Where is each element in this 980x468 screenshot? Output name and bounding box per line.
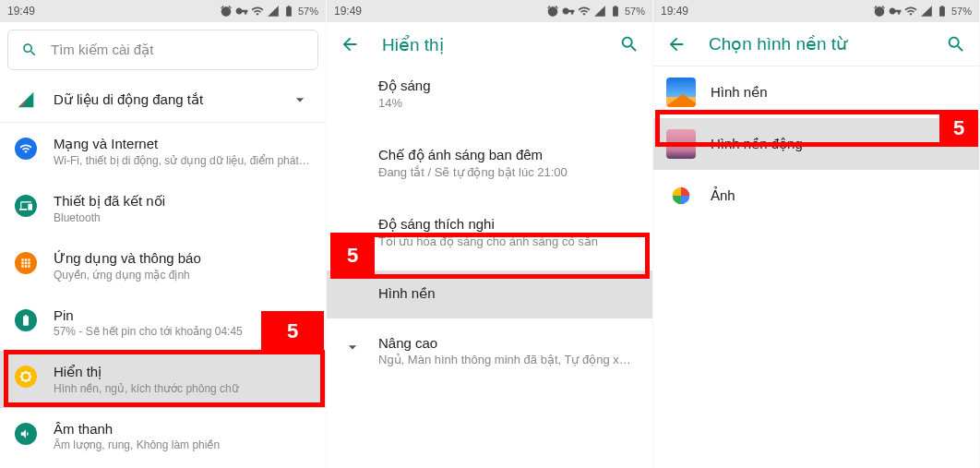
setting-sub: Tối ưu hóa độ sáng cho ánh sáng có sẵn	[378, 234, 638, 248]
setting-sub: 14%	[378, 96, 638, 110]
app-bar-title: Hiển thị	[382, 34, 444, 55]
status-bar: 19:49 57%	[0, 0, 326, 22]
vpn-key-icon	[235, 5, 248, 18]
settings-item-title: Pin	[54, 307, 311, 323]
wifi-icon	[904, 5, 917, 18]
settings-item-sub: Âm lượng, rung, Không làm phiền	[54, 438, 311, 451]
wallpaper-source-static[interactable]: Hình nền	[653, 66, 979, 118]
mobile-data-label: Dữ liệu di động đang tắt	[54, 91, 203, 108]
settings-item-sub: 57% - Sẽ hết pin cho tới khoảng 04:45	[54, 325, 311, 338]
back-icon[interactable]	[666, 34, 687, 54]
mobile-data-suggestion[interactable]: Dữ liệu di động đang tắt	[0, 78, 326, 123]
search-placeholder: Tìm kiếm cài đặt	[51, 42, 153, 58]
setting-sub: Ngủ, Màn hình thông minh đã bật, Tự động…	[378, 353, 638, 366]
settings-item-sub: Wi-Fi, thiết bị di động, sử dụng dữ liệu…	[54, 154, 311, 167]
mobile-data-icon	[17, 90, 35, 109]
settings-item-sub: Hình nền, ngủ, kích thước phông chữ	[54, 382, 311, 395]
status-battery: 57%	[951, 6, 972, 17]
app-bar: Chọn hình nền từ	[653, 22, 979, 66]
wallpaper-thumb-icon	[666, 78, 696, 107]
status-bar: 19:49 57%	[653, 0, 979, 22]
battery-icon	[609, 5, 622, 18]
alarm-icon	[873, 5, 886, 18]
signal-icon	[593, 5, 606, 18]
setting-sub: Đang tắt / Sẽ tự động bật lúc 21:00	[378, 165, 638, 179]
battery-icon	[15, 309, 37, 331]
signal-icon	[920, 5, 933, 18]
status-time: 19:49	[7, 5, 35, 18]
wallpaper-chooser-screen: 19:49 57% Chọn hình nền từ Hình nền Hình…	[653, 0, 980, 468]
vpn-key-icon	[562, 5, 575, 18]
settings-item-title: Âm thanh	[54, 421, 311, 437]
setting-title: Hình nền	[378, 285, 638, 302]
wifi-icon	[251, 5, 264, 18]
settings-item-battery[interactable]: Pin 57% - Sẽ hết pin cho tới khoảng 04:4…	[0, 294, 326, 351]
settings-item-sub: Quyền, ứng dụng mặc định	[54, 269, 311, 282]
setting-title: Nâng cao	[378, 335, 638, 351]
settings-item-title: Ứng dụng và thông báo	[54, 250, 311, 267]
live-wallpaper-thumb-icon	[666, 129, 696, 159]
setting-title: Chế độ ánh sáng ban đêm	[378, 147, 638, 163]
setting-title: Độ sáng thích nghi	[378, 216, 638, 233]
search-icon	[21, 42, 38, 58]
settings-item-display[interactable]: Hiển thị Hình nền, ngủ, kích thước phông…	[0, 351, 326, 408]
settings-item-sound[interactable]: Âm thanh Âm lượng, rung, Không làm phiền	[0, 408, 326, 464]
sound-icon	[15, 423, 37, 445]
status-battery: 57%	[625, 6, 645, 17]
display-item-wallpaper[interactable]: Hình nền	[327, 270, 652, 318]
vpn-key-icon	[889, 5, 902, 18]
display-settings-screen: 19:49 57% Hiển thị Độ sáng 14% Chế độ án…	[327, 0, 653, 468]
display-item-advanced[interactable]: Nâng cao Ngủ, Màn hình thông minh đã bật…	[327, 324, 652, 378]
settings-item-title: Hiển thị	[54, 364, 311, 380]
battery-icon	[282, 5, 295, 18]
status-time: 19:49	[334, 5, 362, 18]
wallpaper-source-photos[interactable]: Ảnh	[653, 170, 979, 222]
wifi-icon	[578, 5, 591, 18]
alarm-icon	[546, 5, 559, 18]
settings-main-screen: 19:49 57% Tìm kiếm cài đặt Dữ liệu di độ…	[0, 0, 327, 468]
search-icon[interactable]	[946, 34, 966, 54]
chevron-down-icon	[343, 338, 362, 356]
settings-item-connected[interactable]: Thiết bị đã kết nối Bluetooth	[0, 180, 326, 237]
settings-item-apps[interactable]: Ứng dụng và thông báo Quyền, ứng dụng mặ…	[0, 237, 326, 294]
photos-icon	[666, 181, 696, 210]
battery-icon	[936, 5, 949, 18]
display-item-nightlight[interactable]: Chế độ ánh sáng ban đêm Đang tắt / Sẽ tự…	[327, 136, 652, 190]
search-box[interactable]: Tìm kiếm cài đặt	[7, 30, 318, 70]
status-battery: 57%	[298, 6, 318, 17]
settings-item-network[interactable]: Mạng và Internet Wi-Fi, thiết bị di động…	[0, 123, 326, 180]
settings-item-sub: Bluetooth	[54, 211, 311, 224]
app-bar-title: Chọn hình nền từ	[709, 33, 847, 54]
settings-item-title: Mạng và Internet	[54, 136, 311, 152]
chevron-down-icon	[291, 90, 309, 109]
wallpaper-source-live[interactable]: Hình nền động	[653, 118, 979, 170]
wallpaper-source-label: Hình nền động	[711, 136, 803, 152]
app-bar: Hiển thị	[327, 22, 652, 66]
display-icon	[15, 366, 37, 388]
alarm-icon	[220, 5, 233, 18]
devices-icon	[15, 195, 37, 217]
wallpaper-source-label: Ảnh	[711, 187, 735, 204]
wallpaper-source-label: Hình nền	[711, 84, 768, 101]
signal-icon	[267, 5, 280, 18]
search-icon[interactable]	[619, 34, 639, 54]
display-item-adaptive[interactable]: Độ sáng thích nghi Tối ưu hóa độ sáng ch…	[327, 205, 652, 259]
setting-title: Độ sáng	[378, 78, 638, 94]
apps-icon	[15, 252, 37, 274]
status-bar: 19:49 57%	[327, 0, 652, 22]
back-icon[interactable]	[340, 34, 360, 54]
display-item-brightness[interactable]: Độ sáng 14%	[327, 66, 652, 121]
network-icon	[15, 138, 37, 160]
settings-item-title: Thiết bị đã kết nối	[54, 193, 311, 210]
status-time: 19:49	[661, 5, 688, 18]
